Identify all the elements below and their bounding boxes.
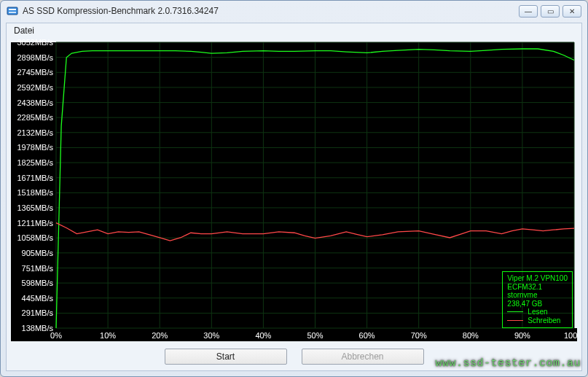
svg-text:2132MB/s: 2132MB/s — [17, 128, 53, 137]
svg-text:70%: 70% — [411, 331, 427, 340]
svg-text:100%: 100% — [564, 331, 577, 340]
svg-text:2592MB/s: 2592MB/s — [17, 83, 53, 92]
svg-text:0%: 0% — [50, 331, 62, 340]
legend-item-write: Schreiben — [507, 316, 568, 325]
legend-swatch-write — [507, 320, 523, 321]
legend-device-1: Viper M.2 VPN100 — [507, 274, 568, 283]
legend-label-write: Schreiben — [528, 316, 560, 325]
svg-text:20%: 20% — [152, 331, 168, 340]
svg-text:751MB/s: 751MB/s — [22, 264, 54, 273]
legend-driver: stornvme — [507, 291, 568, 300]
svg-rect-1 — [9, 9, 16, 10]
svg-text:60%: 60% — [359, 331, 375, 340]
svg-text:40%: 40% — [255, 331, 271, 340]
svg-text:1518MB/s: 1518MB/s — [17, 188, 53, 197]
svg-text:1825MB/s: 1825MB/s — [17, 158, 53, 167]
svg-text:10%: 10% — [100, 331, 116, 340]
client-area: Datei 138MB/s291MB/s445MB/s598MB/s751MB/… — [6, 23, 582, 371]
svg-text:1211MB/s: 1211MB/s — [17, 219, 53, 228]
chart-area: 138MB/s291MB/s445MB/s598MB/s751MB/s905MB… — [11, 39, 577, 341]
legend-item-read: Lesen — [507, 308, 568, 316]
svg-text:50%: 50% — [307, 331, 323, 340]
svg-text:1365MB/s: 1365MB/s — [17, 203, 53, 212]
cancel-button: Abbrechen — [302, 349, 424, 365]
svg-text:905MB/s: 905MB/s — [22, 249, 54, 257]
svg-rect-5 — [11, 328, 577, 341]
legend-box: Viper M.2 VPN100 ECFM32.1 stornvme 238,4… — [502, 271, 573, 328]
svg-text:1671MB/s: 1671MB/s — [17, 174, 53, 182]
svg-text:30%: 30% — [203, 331, 219, 340]
legend-device-2: ECFM32.1 — [507, 283, 568, 292]
svg-text:2285MB/s: 2285MB/s — [17, 113, 53, 122]
button-bar: Start Abbrechen — [7, 344, 581, 370]
legend-capacity: 238,47 GB — [507, 300, 568, 308]
menubar: Datei — [7, 23, 581, 38]
close-icon: ✕ — [569, 7, 575, 15]
titlebar[interactable]: AS SSD Kompression-Benchmark 2.0.7316.34… — [1, 1, 587, 21]
svg-text:90%: 90% — [514, 331, 530, 340]
svg-text:2745MB/s: 2745MB/s — [17, 68, 53, 77]
legend-label-read: Lesen — [528, 308, 547, 316]
svg-text:138MB/s: 138MB/s — [22, 324, 54, 333]
svg-text:1058MB/s: 1058MB/s — [17, 233, 53, 242]
svg-rect-0 — [7, 7, 17, 15]
svg-text:445MB/s: 445MB/s — [22, 294, 54, 303]
legend-swatch-read — [507, 311, 523, 312]
app-icon — [7, 5, 18, 17]
svg-text:80%: 80% — [463, 331, 479, 340]
svg-text:1978MB/s: 1978MB/s — [17, 143, 53, 152]
compression-chart: 138MB/s291MB/s445MB/s598MB/s751MB/s905MB… — [11, 39, 577, 341]
svg-text:598MB/s: 598MB/s — [22, 279, 54, 287]
svg-text:2438MB/s: 2438MB/s — [17, 98, 53, 107]
svg-text:291MB/s: 291MB/s — [22, 308, 54, 317]
window-title: AS SSD Kompression-Benchmark 2.0.7316.34… — [23, 6, 519, 16]
close-button[interactable]: ✕ — [562, 5, 581, 18]
svg-text:3052MB/s: 3052MB/s — [17, 39, 53, 47]
minimize-button[interactable]: ― — [519, 5, 538, 18]
maximize-button[interactable]: ▭ — [541, 5, 560, 18]
app-window: AS SSD Kompression-Benchmark 2.0.7316.34… — [0, 0, 588, 377]
maximize-icon: ▭ — [547, 7, 554, 15]
menu-file[interactable]: Datei — [14, 26, 34, 36]
start-button[interactable]: Start — [165, 349, 287, 365]
svg-rect-2 — [9, 12, 16, 13]
window-controls: ― ▭ ✕ — [519, 5, 581, 18]
svg-text:2898MB/s: 2898MB/s — [17, 53, 53, 62]
minimize-icon: ― — [525, 7, 532, 15]
